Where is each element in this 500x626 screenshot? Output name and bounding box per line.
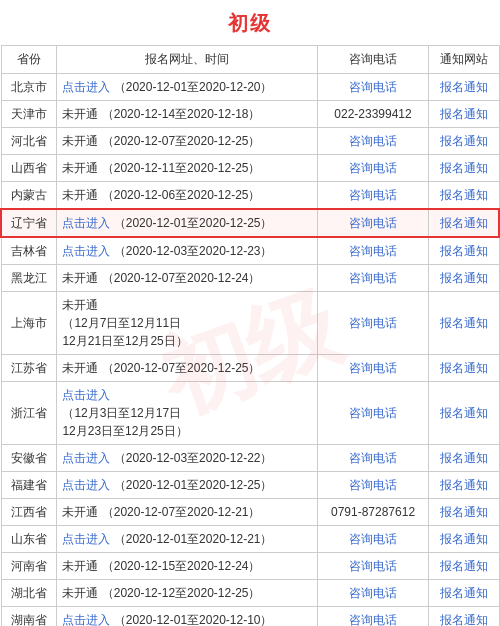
register-cell[interactable]: 点击进入 （2020-12-01至2020-12-21） — [57, 526, 317, 553]
register-link[interactable]: 点击进入 — [62, 478, 110, 492]
notify-link[interactable]: 报名通知 — [440, 80, 488, 94]
register-cell: 未开通 （2020-12-12至2020-12-25） — [57, 580, 317, 607]
notify-link[interactable]: 报名通知 — [440, 271, 488, 285]
notify-link[interactable]: 报名通知 — [440, 478, 488, 492]
notify-cell[interactable]: 报名通知 — [429, 292, 499, 355]
phone-cell[interactable]: 咨询电话 — [317, 607, 429, 627]
phone-link[interactable]: 咨询电话 — [349, 80, 397, 94]
notify-link[interactable]: 报名通知 — [440, 134, 488, 148]
province-cell: 吉林省 — [1, 237, 57, 265]
notify-link[interactable]: 报名通知 — [440, 361, 488, 375]
notify-link[interactable]: 报名通知 — [440, 406, 488, 420]
province-cell: 山西省 — [1, 155, 57, 182]
notify-link[interactable]: 报名通知 — [440, 188, 488, 202]
notify-link[interactable]: 报名通知 — [440, 532, 488, 546]
register-cell[interactable]: 点击进入 （2020-12-01至2020-12-20） — [57, 74, 317, 101]
notify-cell[interactable]: 报名通知 — [429, 74, 499, 101]
table-row: 安徽省点击进入 （2020-12-03至2020-12-22）咨询电话报名通知 — [1, 445, 499, 472]
register-link[interactable]: 点击进入 — [62, 244, 110, 258]
register-link[interactable]: 点击进入 — [62, 451, 110, 465]
notify-cell[interactable]: 报名通知 — [429, 209, 499, 237]
notify-cell[interactable]: 报名通知 — [429, 355, 499, 382]
col-notify: 通知网站 — [429, 46, 499, 74]
notify-cell[interactable]: 报名通知 — [429, 101, 499, 128]
phone-cell[interactable]: 咨询电话 — [317, 472, 429, 499]
notify-link[interactable]: 报名通知 — [440, 216, 488, 230]
register-cell[interactable]: 点击进入 （2020-12-03至2020-12-23） — [57, 237, 317, 265]
register-link[interactable]: 点击进入 — [62, 532, 110, 546]
notify-link[interactable]: 报名通知 — [440, 559, 488, 573]
notify-link[interactable]: 报名通知 — [440, 107, 488, 121]
phone-link[interactable]: 咨询电话 — [349, 216, 397, 230]
register-link[interactable]: 点击进入 — [62, 613, 110, 626]
province-cell: 山东省 — [1, 526, 57, 553]
notify-link[interactable]: 报名通知 — [440, 505, 488, 519]
phone-link[interactable]: 咨询电话 — [349, 244, 397, 258]
notify-cell[interactable]: 报名通知 — [429, 265, 499, 292]
province-cell: 湖南省 — [1, 607, 57, 627]
register-link[interactable]: 点击进入 — [62, 80, 110, 94]
notify-cell[interactable]: 报名通知 — [429, 526, 499, 553]
phone-cell[interactable]: 咨询电话 — [317, 155, 429, 182]
notify-link[interactable]: 报名通知 — [440, 161, 488, 175]
register-link[interactable]: 点击进入 — [62, 388, 110, 402]
phone-link[interactable]: 咨询电话 — [349, 161, 397, 175]
table-header-row: 省份 报名网址、时间 咨询电话 通知网站 — [1, 46, 499, 74]
notify-link[interactable]: 报名通知 — [440, 451, 488, 465]
phone-cell[interactable]: 咨询电话 — [317, 445, 429, 472]
notify-link[interactable]: 报名通知 — [440, 316, 488, 330]
phone-cell[interactable]: 咨询电话 — [317, 209, 429, 237]
phone-link[interactable]: 咨询电话 — [349, 316, 397, 330]
phone-cell[interactable]: 咨询电话 — [317, 237, 429, 265]
notify-cell[interactable]: 报名通知 — [429, 580, 499, 607]
notify-cell[interactable]: 报名通知 — [429, 128, 499, 155]
register-cell[interactable]: 点击进入 （2020-12-01至2020-12-25） — [57, 209, 317, 237]
phone-cell[interactable]: 咨询电话 — [317, 526, 429, 553]
phone-cell[interactable]: 咨询电话 — [317, 292, 429, 355]
phone-link[interactable]: 咨询电话 — [349, 478, 397, 492]
notify-cell[interactable]: 报名通知 — [429, 382, 499, 445]
province-cell: 天津市 — [1, 101, 57, 128]
phone-link[interactable]: 咨询电话 — [349, 188, 397, 202]
phone-cell[interactable]: 咨询电话 — [317, 580, 429, 607]
phone-link[interactable]: 咨询电话 — [349, 361, 397, 375]
phone-link[interactable]: 咨询电话 — [349, 406, 397, 420]
table-row: 天津市未开通 （2020-12-14至2020-12-18）022-233994… — [1, 101, 499, 128]
province-cell: 河南省 — [1, 553, 57, 580]
phone-cell[interactable]: 咨询电话 — [317, 382, 429, 445]
notify-link[interactable]: 报名通知 — [440, 613, 488, 626]
phone-cell[interactable]: 咨询电话 — [317, 355, 429, 382]
notify-cell[interactable]: 报名通知 — [429, 607, 499, 627]
register-link[interactable]: 点击进入 — [62, 216, 110, 230]
phone-cell[interactable]: 咨询电话 — [317, 128, 429, 155]
phone-link[interactable]: 咨询电话 — [349, 586, 397, 600]
col-register: 报名网址、时间 — [57, 46, 317, 74]
phone-link[interactable]: 咨询电话 — [349, 559, 397, 573]
register-cell[interactable]: 点击进入（12月3日至12月17日12月23日至12月25日） — [57, 382, 317, 445]
phone-link[interactable]: 咨询电话 — [349, 613, 397, 626]
register-status: 未开通 — [62, 505, 98, 519]
notify-cell[interactable]: 报名通知 — [429, 472, 499, 499]
phone-link[interactable]: 咨询电话 — [349, 451, 397, 465]
phone-link[interactable]: 咨询电话 — [349, 134, 397, 148]
register-cell[interactable]: 点击进入 （2020-12-01至2020-12-25） — [57, 472, 317, 499]
notify-link[interactable]: 报名通知 — [440, 586, 488, 600]
phone-link[interactable]: 咨询电话 — [349, 532, 397, 546]
phone-cell[interactable]: 咨询电话 — [317, 553, 429, 580]
notify-cell[interactable]: 报名通知 — [429, 445, 499, 472]
notify-cell[interactable]: 报名通知 — [429, 182, 499, 210]
phone-cell[interactable]: 咨询电话 — [317, 74, 429, 101]
notify-cell[interactable]: 报名通知 — [429, 553, 499, 580]
table-row: 江西省未开通 （2020-12-07至2020-12-21）0791-87287… — [1, 499, 499, 526]
phone-link[interactable]: 咨询电话 — [349, 271, 397, 285]
notify-cell[interactable]: 报名通知 — [429, 499, 499, 526]
notify-link[interactable]: 报名通知 — [440, 244, 488, 258]
register-cell[interactable]: 点击进入 （2020-12-01至2020-12-10） — [57, 607, 317, 627]
phone-cell: 022-23399412 — [317, 101, 429, 128]
phone-cell[interactable]: 咨询电话 — [317, 265, 429, 292]
notify-cell[interactable]: 报名通知 — [429, 237, 499, 265]
register-cell[interactable]: 点击进入 （2020-12-03至2020-12-22） — [57, 445, 317, 472]
phone-cell[interactable]: 咨询电话 — [317, 182, 429, 210]
province-cell: 黑龙江 — [1, 265, 57, 292]
notify-cell[interactable]: 报名通知 — [429, 155, 499, 182]
